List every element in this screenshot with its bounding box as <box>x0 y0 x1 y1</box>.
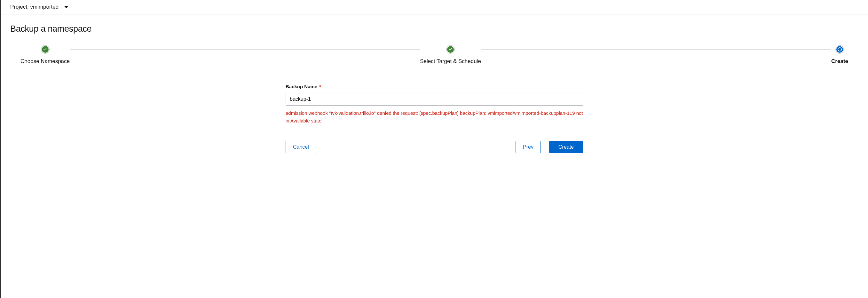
required-indicator: * <box>319 84 321 89</box>
step-label: Create <box>831 58 848 65</box>
step-connector <box>70 49 420 49</box>
wizard-stepper: Choose Namespace Select Target & Schedul… <box>10 45 859 65</box>
project-label: Project: <box>10 4 29 10</box>
prev-button[interactable]: Prev <box>516 141 541 153</box>
chevron-down-icon <box>64 6 68 8</box>
project-value: vmimported <box>30 4 59 10</box>
cancel-button[interactable]: Cancel <box>286 141 316 153</box>
step-choose-namespace[interactable]: Choose Namespace <box>21 45 70 65</box>
project-selector[interactable]: Project: vmimported <box>1 0 868 14</box>
create-button[interactable]: Create <box>549 141 583 153</box>
validation-error-message: admission webhook "tvk-validation.trilio… <box>286 109 583 125</box>
step-complete-icon <box>41 45 50 54</box>
backup-name-input[interactable] <box>286 93 583 105</box>
step-label: Choose Namespace <box>21 58 70 65</box>
page-title: Backup a namespace <box>10 24 859 34</box>
step-connector <box>481 49 831 49</box>
step-active-icon <box>835 45 844 54</box>
step-label: Select Target & Schedule <box>420 58 481 65</box>
step-select-target-schedule[interactable]: Select Target & Schedule <box>420 45 481 65</box>
backup-name-label: Backup Name* <box>286 84 321 89</box>
step-create[interactable]: Create <box>831 45 848 65</box>
step-complete-icon <box>446 45 455 54</box>
